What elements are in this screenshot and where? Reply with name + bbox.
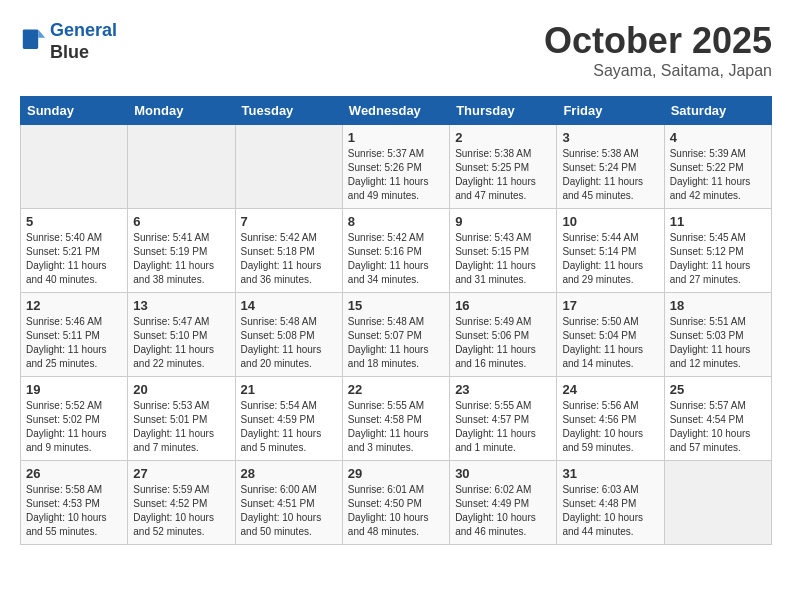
- day-number: 19: [26, 382, 122, 397]
- day-number: 25: [670, 382, 766, 397]
- weekday-header-thursday: Thursday: [450, 97, 557, 125]
- cell-info: Sunrise: 5:48 AMSunset: 5:08 PMDaylight:…: [241, 315, 337, 371]
- calendar-cell: 9Sunrise: 5:43 AMSunset: 5:15 PMDaylight…: [450, 209, 557, 293]
- calendar-cell: 16Sunrise: 5:49 AMSunset: 5:06 PMDayligh…: [450, 293, 557, 377]
- calendar-cell: 14Sunrise: 5:48 AMSunset: 5:08 PMDayligh…: [235, 293, 342, 377]
- calendar-cell: 27Sunrise: 5:59 AMSunset: 4:52 PMDayligh…: [128, 461, 235, 545]
- cell-info: Sunrise: 5:44 AMSunset: 5:14 PMDaylight:…: [562, 231, 658, 287]
- title-block: October 2025 Sayama, Saitama, Japan: [544, 20, 772, 80]
- day-number: 29: [348, 466, 444, 481]
- calendar-cell: 5Sunrise: 5:40 AMSunset: 5:21 PMDaylight…: [21, 209, 128, 293]
- calendar-cell: 11Sunrise: 5:45 AMSunset: 5:12 PMDayligh…: [664, 209, 771, 293]
- calendar-cell: 26Sunrise: 5:58 AMSunset: 4:53 PMDayligh…: [21, 461, 128, 545]
- calendar-cell: [235, 125, 342, 209]
- calendar-cell: 20Sunrise: 5:53 AMSunset: 5:01 PMDayligh…: [128, 377, 235, 461]
- cell-info: Sunrise: 5:38 AMSunset: 5:24 PMDaylight:…: [562, 147, 658, 203]
- calendar-cell: 30Sunrise: 6:02 AMSunset: 4:49 PMDayligh…: [450, 461, 557, 545]
- day-number: 30: [455, 466, 551, 481]
- calendar-cell: 3Sunrise: 5:38 AMSunset: 5:24 PMDaylight…: [557, 125, 664, 209]
- cell-info: Sunrise: 5:40 AMSunset: 5:21 PMDaylight:…: [26, 231, 122, 287]
- weekday-header-tuesday: Tuesday: [235, 97, 342, 125]
- calendar-cell: [664, 461, 771, 545]
- calendar-cell: 4Sunrise: 5:39 AMSunset: 5:22 PMDaylight…: [664, 125, 771, 209]
- logo-line1: General: [50, 20, 117, 40]
- logo-line2: Blue: [50, 42, 117, 64]
- day-number: 9: [455, 214, 551, 229]
- day-number: 18: [670, 298, 766, 313]
- logo-icon: [20, 28, 48, 56]
- calendar-cell: 29Sunrise: 6:01 AMSunset: 4:50 PMDayligh…: [342, 461, 449, 545]
- day-number: 14: [241, 298, 337, 313]
- cell-info: Sunrise: 5:55 AMSunset: 4:58 PMDaylight:…: [348, 399, 444, 455]
- calendar-cell: 12Sunrise: 5:46 AMSunset: 5:11 PMDayligh…: [21, 293, 128, 377]
- cell-info: Sunrise: 5:42 AMSunset: 5:16 PMDaylight:…: [348, 231, 444, 287]
- cell-info: Sunrise: 5:54 AMSunset: 4:59 PMDaylight:…: [241, 399, 337, 455]
- day-number: 11: [670, 214, 766, 229]
- calendar-cell: [128, 125, 235, 209]
- calendar-cell: [21, 125, 128, 209]
- calendar-cell: 13Sunrise: 5:47 AMSunset: 5:10 PMDayligh…: [128, 293, 235, 377]
- calendar-cell: 22Sunrise: 5:55 AMSunset: 4:58 PMDayligh…: [342, 377, 449, 461]
- weekday-header-wednesday: Wednesday: [342, 97, 449, 125]
- day-number: 7: [241, 214, 337, 229]
- cell-info: Sunrise: 5:58 AMSunset: 4:53 PMDaylight:…: [26, 483, 122, 539]
- cell-info: Sunrise: 5:57 AMSunset: 4:54 PMDaylight:…: [670, 399, 766, 455]
- svg-rect-0: [23, 29, 38, 49]
- cell-info: Sunrise: 5:45 AMSunset: 5:12 PMDaylight:…: [670, 231, 766, 287]
- cell-info: Sunrise: 6:03 AMSunset: 4:48 PMDaylight:…: [562, 483, 658, 539]
- day-number: 2: [455, 130, 551, 145]
- cell-info: Sunrise: 6:02 AMSunset: 4:49 PMDaylight:…: [455, 483, 551, 539]
- day-number: 16: [455, 298, 551, 313]
- cell-info: Sunrise: 5:49 AMSunset: 5:06 PMDaylight:…: [455, 315, 551, 371]
- cell-info: Sunrise: 5:53 AMSunset: 5:01 PMDaylight:…: [133, 399, 229, 455]
- calendar-cell: 7Sunrise: 5:42 AMSunset: 5:18 PMDaylight…: [235, 209, 342, 293]
- day-number: 23: [455, 382, 551, 397]
- day-number: 4: [670, 130, 766, 145]
- location: Sayama, Saitama, Japan: [544, 62, 772, 80]
- weekday-header-friday: Friday: [557, 97, 664, 125]
- weekday-header-sunday: Sunday: [21, 97, 128, 125]
- cell-info: Sunrise: 5:55 AMSunset: 4:57 PMDaylight:…: [455, 399, 551, 455]
- day-number: 3: [562, 130, 658, 145]
- day-number: 15: [348, 298, 444, 313]
- calendar-cell: 19Sunrise: 5:52 AMSunset: 5:02 PMDayligh…: [21, 377, 128, 461]
- day-number: 27: [133, 466, 229, 481]
- cell-info: Sunrise: 5:59 AMSunset: 4:52 PMDaylight:…: [133, 483, 229, 539]
- cell-info: Sunrise: 5:39 AMSunset: 5:22 PMDaylight:…: [670, 147, 766, 203]
- calendar-cell: 6Sunrise: 5:41 AMSunset: 5:19 PMDaylight…: [128, 209, 235, 293]
- calendar-cell: 8Sunrise: 5:42 AMSunset: 5:16 PMDaylight…: [342, 209, 449, 293]
- day-number: 22: [348, 382, 444, 397]
- cell-info: Sunrise: 5:46 AMSunset: 5:11 PMDaylight:…: [26, 315, 122, 371]
- cell-info: Sunrise: 5:38 AMSunset: 5:25 PMDaylight:…: [455, 147, 551, 203]
- calendar-cell: 31Sunrise: 6:03 AMSunset: 4:48 PMDayligh…: [557, 461, 664, 545]
- day-number: 21: [241, 382, 337, 397]
- calendar-cell: 21Sunrise: 5:54 AMSunset: 4:59 PMDayligh…: [235, 377, 342, 461]
- calendar-cell: 10Sunrise: 5:44 AMSunset: 5:14 PMDayligh…: [557, 209, 664, 293]
- week-row-4: 19Sunrise: 5:52 AMSunset: 5:02 PMDayligh…: [21, 377, 772, 461]
- cell-info: Sunrise: 5:47 AMSunset: 5:10 PMDaylight:…: [133, 315, 229, 371]
- day-number: 1: [348, 130, 444, 145]
- cell-info: Sunrise: 5:41 AMSunset: 5:19 PMDaylight:…: [133, 231, 229, 287]
- day-number: 8: [348, 214, 444, 229]
- calendar-cell: 24Sunrise: 5:56 AMSunset: 4:56 PMDayligh…: [557, 377, 664, 461]
- cell-info: Sunrise: 5:43 AMSunset: 5:15 PMDaylight:…: [455, 231, 551, 287]
- page-header: General Blue October 2025 Sayama, Saitam…: [20, 20, 772, 80]
- calendar-cell: 18Sunrise: 5:51 AMSunset: 5:03 PMDayligh…: [664, 293, 771, 377]
- weekday-header-saturday: Saturday: [664, 97, 771, 125]
- calendar-cell: 28Sunrise: 6:00 AMSunset: 4:51 PMDayligh…: [235, 461, 342, 545]
- cell-info: Sunrise: 5:50 AMSunset: 5:04 PMDaylight:…: [562, 315, 658, 371]
- day-number: 6: [133, 214, 229, 229]
- week-row-3: 12Sunrise: 5:46 AMSunset: 5:11 PMDayligh…: [21, 293, 772, 377]
- month-title: October 2025: [544, 20, 772, 62]
- day-number: 20: [133, 382, 229, 397]
- calendar-cell: 15Sunrise: 5:48 AMSunset: 5:07 PMDayligh…: [342, 293, 449, 377]
- cell-info: Sunrise: 5:56 AMSunset: 4:56 PMDaylight:…: [562, 399, 658, 455]
- weekday-header-row: SundayMondayTuesdayWednesdayThursdayFrid…: [21, 97, 772, 125]
- day-number: 10: [562, 214, 658, 229]
- calendar-cell: 2Sunrise: 5:38 AMSunset: 5:25 PMDaylight…: [450, 125, 557, 209]
- cell-info: Sunrise: 6:00 AMSunset: 4:51 PMDaylight:…: [241, 483, 337, 539]
- weekday-header-monday: Monday: [128, 97, 235, 125]
- week-row-5: 26Sunrise: 5:58 AMSunset: 4:53 PMDayligh…: [21, 461, 772, 545]
- calendar-table: SundayMondayTuesdayWednesdayThursdayFrid…: [20, 96, 772, 545]
- day-number: 24: [562, 382, 658, 397]
